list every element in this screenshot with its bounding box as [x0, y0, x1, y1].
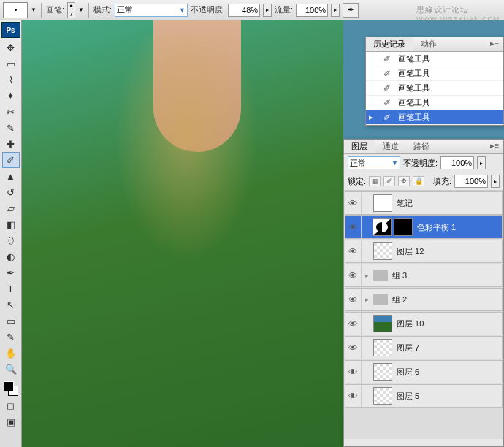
history-panel: 历史记录 动作 ▸≡ ✐画笔工具 ✐画笔工具 ✐画笔工具 ✐画笔工具 ▸✐画笔工…	[365, 37, 504, 126]
canvas-image[interactable]	[22, 20, 343, 447]
layer-row[interactable]: 👁 ▸ 组 2	[345, 288, 503, 311]
layer-thumb[interactable]	[373, 194, 392, 212]
hand-tool[interactable]: ✋	[2, 345, 20, 361]
layer-thumb[interactable]	[373, 363, 392, 381]
mode-label: 模式:	[93, 4, 112, 15]
layer-row[interactable]: 👁 图层 10	[345, 312, 503, 335]
pen-tool[interactable]: ✒	[2, 264, 20, 280]
flow-label: 流量:	[275, 4, 293, 15]
opacity-label: 不透明度:	[191, 4, 225, 15]
blur-tool[interactable]: ⬯	[2, 232, 20, 248]
dodge-tool[interactable]: ◐	[2, 248, 20, 264]
flow-input[interactable]: 100%	[296, 4, 328, 17]
marquee-tool[interactable]: ▭	[2, 56, 20, 72]
adjustment-thumb[interactable]	[373, 218, 392, 236]
toolbox: Ps ✥ ▭ ⌇ ✦ ✂ ✎ ✚ ✐ ▲ ↺ ▱ ◧ ⬯ ◐ ✒ T ↖ ▭ ✎…	[0, 20, 22, 447]
opacity-chevron[interactable]: ▸	[263, 4, 272, 17]
crop-tool[interactable]: ✂	[2, 104, 20, 120]
visibility-icon[interactable]: 👁	[345, 361, 362, 383]
gradient-tool[interactable]: ◧	[2, 216, 20, 232]
history-item[interactable]: ✐画笔工具	[366, 96, 503, 110]
brush-icon: ✐	[383, 112, 394, 123]
layer-row[interactable]: 👁 笔记	[345, 191, 503, 215]
visibility-icon[interactable]: 👁	[345, 313, 362, 335]
panel-menu-icon[interactable]: ▸≡	[486, 37, 503, 51]
tab-paths[interactable]: 路径	[406, 140, 437, 153]
path-tool[interactable]: ↖	[2, 297, 20, 313]
lasso-tool[interactable]: ⌇	[2, 72, 20, 88]
shape-tool[interactable]: ▭	[2, 313, 20, 329]
eraser-tool[interactable]: ▱	[2, 200, 20, 216]
chevron-down-icon: ▼	[179, 7, 186, 14]
watermark: 思緣设计论坛 WWW.MISSYUAN.COM	[416, 4, 500, 23]
brush-icon: ✐	[383, 69, 394, 79]
tab-layers[interactable]: 图层	[344, 140, 375, 153]
visibility-icon[interactable]: 👁	[345, 264, 362, 286]
healing-tool[interactable]: ✚	[2, 136, 20, 152]
visibility-icon[interactable]: 👁	[345, 240, 362, 262]
history-brush-tool[interactable]: ↺	[2, 184, 20, 200]
layer-row[interactable]: 👁 图层 5	[345, 384, 503, 408]
expand-icon[interactable]: ▸	[362, 296, 372, 303]
history-item[interactable]: ▸✐画笔工具	[366, 110, 503, 125]
history-item[interactable]: ✐画笔工具	[366, 81, 503, 96]
mask-thumb[interactable]	[394, 218, 413, 236]
layer-blend-select[interactable]: 正常 ▼	[348, 156, 400, 169]
lock-pixels-icon[interactable]: ✐	[383, 176, 395, 186]
ps-logo: Ps	[1, 22, 20, 38]
expand-icon[interactable]: ▸	[362, 272, 372, 279]
blend-mode-select[interactable]: 正常 ▼	[115, 4, 188, 17]
layer-thumb[interactable]	[373, 387, 392, 405]
airbrush-icon[interactable]: ✒	[343, 3, 359, 18]
visibility-icon[interactable]: 👁	[345, 192, 362, 214]
eyedropper-tool[interactable]: ✎	[2, 120, 20, 136]
brush-tool[interactable]: ✐	[2, 152, 20, 168]
history-item[interactable]: ✐画笔工具	[366, 66, 503, 81]
chevron-down-icon[interactable]: ▼	[78, 7, 84, 13]
visibility-icon[interactable]: 👁	[345, 289, 362, 310]
notes-tool[interactable]: ✎	[2, 329, 20, 345]
brush-size-picker[interactable]: • 7	[67, 2, 75, 18]
screenmode-icon[interactable]: ▣	[2, 413, 20, 429]
lock-position-icon[interactable]: ✥	[398, 176, 410, 186]
lock-all-icon[interactable]: 🔒	[413, 176, 424, 186]
layer-row[interactable]: 👁 ▸ 组 3	[345, 264, 503, 287]
layer-row[interactable]: 👁 色彩平衡 1	[345, 215, 503, 239]
folder-icon	[373, 294, 388, 305]
tab-channels[interactable]: 通道	[375, 140, 406, 153]
tab-history[interactable]: 历史记录	[366, 37, 413, 51]
opacity-input[interactable]: 48%	[228, 4, 260, 17]
stamp-tool[interactable]: ▲	[2, 168, 20, 184]
brush-label: 画笔:	[46, 4, 64, 15]
quickmask-icon[interactable]: ◻	[2, 397, 20, 413]
color-swatches[interactable]	[2, 380, 20, 397]
layer-thumb[interactable]	[373, 339, 392, 356]
folder-icon	[373, 270, 388, 281]
history-item[interactable]: ✐画笔工具	[366, 52, 503, 66]
move-tool[interactable]: ✥	[2, 39, 20, 56]
panel-menu-icon[interactable]: ▸≡	[486, 140, 503, 153]
opacity-chevron[interactable]: ▸	[477, 156, 486, 169]
layer-list: 👁 笔记 👁 色彩平衡 1 👁 图层 12 👁 ▸ 组 3 👁 ▸	[344, 191, 503, 439]
visibility-icon[interactable]: 👁	[345, 337, 362, 359]
zoom-tool[interactable]: 🔍	[2, 361, 20, 377]
layer-row[interactable]: 👁 图层 12	[345, 240, 503, 263]
layer-row[interactable]: 👁 图层 7	[345, 336, 503, 359]
visibility-icon[interactable]: 👁	[345, 216, 362, 238]
type-tool[interactable]: T	[2, 280, 20, 297]
fill-chevron[interactable]: ▸	[491, 175, 500, 188]
visibility-icon[interactable]: 👁	[345, 385, 362, 407]
layer-thumb[interactable]	[373, 315, 392, 332]
tab-actions[interactable]: 动作	[413, 37, 444, 51]
layer-opacity-input[interactable]: 100%	[440, 156, 474, 169]
wand-tool[interactable]: ✦	[2, 88, 20, 104]
flow-chevron[interactable]: ▸	[331, 4, 340, 17]
lock-transparent-icon[interactable]: ▦	[369, 176, 381, 186]
fill-input[interactable]: 100%	[454, 175, 488, 188]
layer-opacity-label: 不透明度:	[403, 158, 438, 169]
lock-label: 锁定:	[348, 176, 366, 187]
chevron-down-icon[interactable]: ▼	[31, 7, 37, 13]
tool-preset-picker[interactable]	[3, 2, 28, 18]
layer-row[interactable]: 👁 图层 6	[345, 360, 503, 383]
layer-thumb[interactable]	[373, 242, 392, 260]
